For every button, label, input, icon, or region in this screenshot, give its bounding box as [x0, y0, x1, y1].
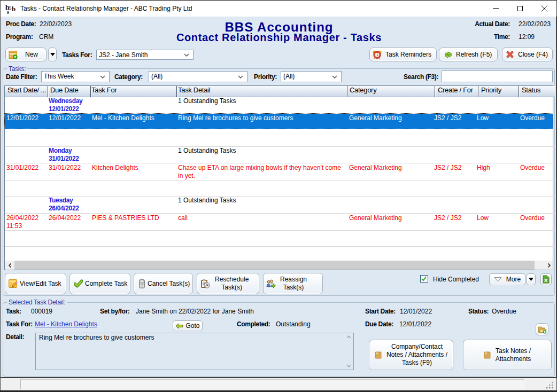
- svg-text:b: b: [12, 5, 16, 13]
- svg-text:s: s: [7, 9, 9, 14]
